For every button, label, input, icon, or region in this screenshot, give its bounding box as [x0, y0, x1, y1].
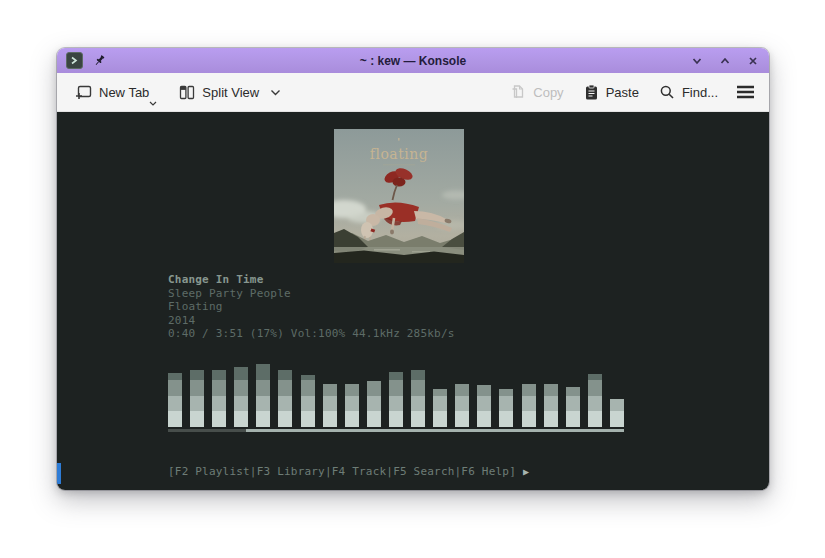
paste-icon [584, 84, 599, 101]
find-label: Find... [682, 85, 718, 100]
search-icon [659, 84, 675, 100]
copy-icon [510, 84, 526, 101]
track-title: Change In Time [168, 273, 455, 287]
split-view-button[interactable]: Split View [179, 85, 281, 100]
menu-button[interactable] [736, 85, 755, 99]
konsole-window: ~ : kew — Konsole New Tab [57, 48, 769, 490]
paste-button[interactable]: Paste [584, 84, 639, 101]
terminal-prompt-icon [70, 56, 79, 65]
visualizer-bar [389, 372, 403, 427]
visualizer-bar [455, 384, 469, 427]
visualizer-bar [168, 373, 182, 427]
window-title: ~ : kew — Konsole [57, 54, 769, 68]
pin-icon[interactable] [93, 54, 106, 67]
visualizer-bar [544, 384, 558, 427]
visualizer-bar [566, 387, 580, 427]
new-tab-label: New Tab [99, 85, 149, 100]
scrollbar-indicator[interactable] [57, 463, 61, 484]
help-line: [F2 Playlist|F3 Library|F4 Track|F5 Sear… [168, 465, 529, 478]
terminal-area[interactable]: floating [57, 112, 769, 490]
play-indicator: ▶ [523, 466, 529, 477]
visualizer-bar [522, 384, 536, 427]
track-album: Floating [168, 300, 455, 314]
album-art: floating [334, 129, 464, 263]
window-controls [690, 54, 760, 68]
visualizer-bar [190, 370, 204, 427]
visualizer-bar [588, 374, 602, 427]
close-button[interactable] [746, 54, 760, 68]
split-view-icon [179, 85, 195, 100]
visualizer-bar [433, 389, 447, 427]
visualizer-bar [411, 370, 425, 427]
toolbar: New Tab Split View Copy [57, 73, 769, 112]
hamburger-icon [736, 85, 755, 99]
copy-button[interactable]: Copy [510, 84, 563, 101]
split-view-label: Split View [202, 85, 259, 100]
progress-bar[interactable] [168, 429, 624, 432]
track-year: 2014 [168, 314, 455, 328]
split-view-chevron-icon [270, 89, 281, 96]
track-artist: Sleep Party People [168, 287, 455, 301]
visualizer-bar [499, 389, 513, 427]
new-tab-caret-icon [149, 101, 157, 106]
visualizer-bar [345, 384, 359, 427]
minimize-button[interactable] [690, 54, 704, 68]
progress-remaining [246, 429, 624, 432]
playback-status-line: 0:40 / 3:51 (17%) Vol:100% 44.1kHz 285kb… [168, 327, 455, 341]
visualizer-bar [301, 375, 315, 427]
progress-elapsed [168, 429, 246, 432]
visualizer-bar [323, 384, 337, 427]
visualizer-bar [367, 381, 381, 427]
visualizer-bar [278, 370, 292, 427]
visualizer-bar [234, 367, 248, 427]
titlebar[interactable]: ~ : kew — Konsole [57, 48, 769, 73]
visualizer-bar [256, 364, 270, 427]
visualizer-bar [212, 370, 226, 427]
konsole-app-icon[interactable] [66, 52, 83, 69]
new-tab-icon [75, 84, 92, 100]
track-info: Change In Time Sleep Party People Floati… [168, 273, 455, 341]
new-tab-button[interactable]: New Tab [75, 84, 149, 100]
maximize-button[interactable] [718, 54, 732, 68]
visualizer-bar [477, 385, 491, 427]
find-button[interactable]: Find... [659, 84, 718, 100]
album-art-title: floating [370, 146, 429, 162]
visualizer-bar [610, 399, 624, 427]
copy-label: Copy [533, 85, 563, 100]
visualizer [168, 364, 624, 427]
help-line-text: [F2 Playlist|F3 Library|F4 Track|F5 Sear… [168, 465, 516, 478]
paste-label: Paste [606, 85, 639, 100]
